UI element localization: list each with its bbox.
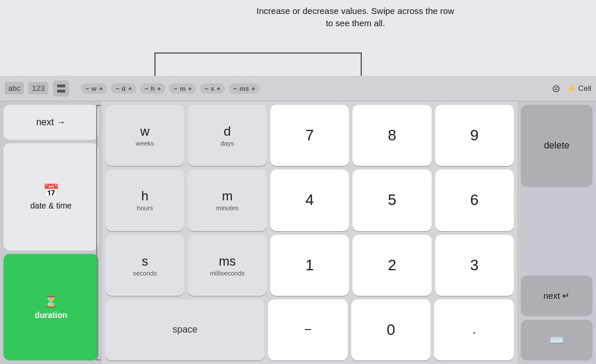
key-row-2: h hours m minutes 4 5 6 — [105, 169, 514, 231]
key-3[interactable]: 3 — [435, 235, 514, 296]
toolbar-right: ⊜ ⚡ Cell — [552, 82, 591, 95]
spacer-btn — [521, 190, 593, 273]
abc-button[interactable]: abc — [5, 82, 24, 94]
duration-button[interactable]: ⏳ duration — [3, 254, 98, 361]
key-hours[interactable]: h hours — [105, 169, 184, 231]
callout-line-right — [361, 52, 362, 76]
key-weeks[interactable]: w weeks — [105, 105, 184, 166]
pill-ms[interactable]: − ms + — [228, 83, 259, 94]
left-sidebar: next → 📅 date & time ⏳ duration — [0, 101, 102, 364]
key-row-1: w weeks d days 7 8 9 — [105, 105, 514, 166]
next-button[interactable]: next → — [3, 105, 98, 140]
svg-rect-5 — [59, 90, 62, 93]
key-7[interactable]: 7 — [270, 105, 349, 166]
callout-line — [154, 52, 361, 54]
pill-w[interactable]: − w + — [81, 83, 108, 94]
key-minus[interactable]: − — [268, 299, 348, 361]
key-dot[interactable]: . — [434, 299, 514, 361]
keyboard-dismiss-button[interactable]: ⌨️ — [521, 320, 593, 361]
key-days[interactable]: d days — [188, 105, 266, 166]
toolbar-left: abc 123 — [5, 80, 69, 97]
svg-rect-0 — [57, 84, 60, 87]
pill-s[interactable]: − s + — [200, 83, 225, 94]
key-1[interactable]: 1 — [270, 235, 349, 296]
key-0[interactable]: 0 — [351, 299, 431, 361]
center-keyboard: w weeks d days 7 8 9 — [102, 101, 517, 364]
key-row-4: space − 0 . — [105, 299, 514, 361]
delete-button[interactable]: delete — [521, 105, 593, 187]
right-sidebar: delete next ↵ ⌨️ — [517, 101, 596, 364]
pill-d[interactable]: − d + — [111, 83, 136, 94]
keyboard-container: abc 123 − w + − d — [0, 76, 596, 364]
keyboard-body: next → 📅 date & time ⏳ duration w weeks — [0, 101, 596, 364]
pill-m[interactable]: − m + — [169, 83, 196, 94]
key-4[interactable]: 4 — [270, 169, 349, 231]
lightning-icon: ⚡ — [566, 84, 576, 93]
key-9[interactable]: 9 — [435, 105, 514, 166]
bracket-indicator — [96, 105, 101, 361]
key-minutes[interactable]: m minutes — [188, 169, 266, 231]
keyboard-toolbar: abc 123 − w + − d — [0, 76, 596, 101]
calendar-icon: 📅 — [43, 183, 59, 199]
timer-icon: ⏳ — [44, 294, 58, 308]
callout-line-left — [154, 52, 156, 76]
key-seconds[interactable]: s seconds — [105, 235, 184, 296]
equals-icon[interactable]: ⊜ — [552, 82, 560, 95]
pill-h[interactable]: − h + — [140, 83, 165, 94]
key-2[interactable]: 2 — [352, 235, 431, 296]
key-milliseconds[interactable]: ms milliseconds — [188, 235, 266, 296]
svg-rect-1 — [62, 84, 65, 87]
callout-top: Increase or decrease values. Swipe acros… — [256, 0, 454, 29]
key-row-3: s seconds ms milliseconds 1 2 3 — [105, 235, 514, 296]
num-button[interactable]: 123 — [29, 82, 48, 94]
key-space[interactable]: space — [105, 299, 265, 361]
svg-rect-4 — [59, 84, 62, 87]
svg-rect-2 — [57, 90, 60, 93]
grid-icon[interactable] — [53, 80, 69, 97]
key-6[interactable]: 6 — [435, 169, 514, 231]
duration-pills: − w + − d + − h + − m + − s + — [81, 83, 552, 94]
date-time-button[interactable]: 📅 date & time — [3, 143, 98, 250]
cell-button[interactable]: ⚡ Cell — [566, 84, 591, 93]
next-enter-button[interactable]: next ↵ — [521, 275, 593, 316]
keyboard-dismiss-icon: ⌨️ — [549, 333, 564, 347]
key-5[interactable]: 5 — [352, 169, 431, 231]
key-8[interactable]: 8 — [352, 105, 431, 166]
svg-rect-3 — [62, 90, 65, 93]
